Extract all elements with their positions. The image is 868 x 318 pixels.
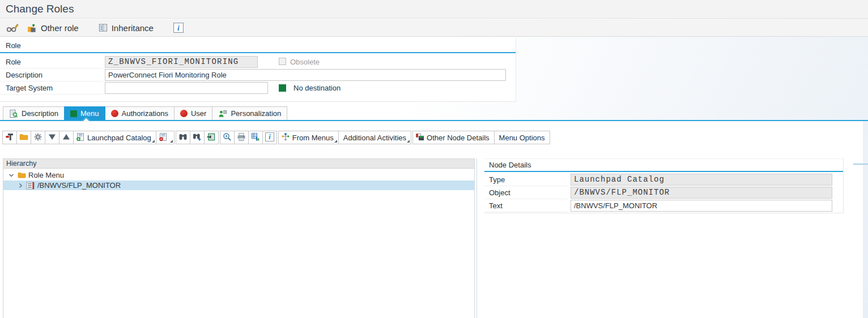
other-role-icon [27,23,37,33]
info-icon: i [265,132,274,143]
tab-authorizations-label: Authorizations [122,109,168,118]
inheritance-icon [99,23,108,32]
chevron-right-icon[interactable] [17,182,24,189]
print-button[interactable] [234,131,249,144]
inheritance-label: Inheritance [112,23,154,33]
catalog-icon [26,181,35,190]
zoom-in-icon [223,132,232,143]
tree-node-role-menu-label: Role Menu [28,171,64,179]
obsolete-checkbox [279,58,286,65]
document-search-icon [9,109,18,118]
delete-node-button[interactable] [156,131,175,144]
print-icon [237,132,246,143]
delete-item-icon [159,132,168,143]
from-menus-button[interactable]: From Menus [278,131,339,144]
insert-launchpad-catalog-label: Launchpad Catalog [87,134,151,142]
sap-change-roles-window: { "window": { "title": "Change Roles" },… [0,0,868,318]
description-field-label: Description [0,69,103,81]
move-down-icon [48,134,56,142]
target-system-input[interactable] [105,82,268,94]
node-details-title: Node Details [489,161,531,169]
role-name-field[interactable]: Z_BNWVS_FIORI_MONITORING [105,56,258,68]
node-type-label: Type [484,174,568,186]
node-object-field[interactable]: /BNWVS/FLP_MONITOR [571,187,832,199]
tab-user[interactable]: User [174,106,212,121]
description-row: Description [0,69,516,81]
tab-description[interactable]: Description [3,106,65,121]
tab-user-label: User [191,109,206,118]
red-circle-status-icon [180,110,188,117]
node-type-row: Type Launchpad Catalog [484,174,843,186]
additional-activities-button[interactable]: Additional Activities [338,131,411,144]
insert-transaction-button[interactable] [2,131,17,144]
jump-to-node-icon [207,132,216,143]
node-details-panel: Node Details Type Launchpad Catalog Obje… [484,158,844,213]
from-menus-icon [281,132,290,143]
node-text-input[interactable] [571,200,832,212]
table-view-button[interactable] [248,131,263,144]
tab-personalization[interactable]: Personalization [212,106,287,121]
find-next-button[interactable] [190,131,205,144]
hierarchy-panel-header: Hierarchy [3,159,476,169]
gear-icon [33,132,42,143]
menu-tree-toolbar: Launchpad Catalog i From Me [3,131,550,144]
role-group-title: Role [6,41,21,50]
svg-text:i: i [177,24,180,32]
other-role-button[interactable]: Other role [24,20,81,35]
insert-launchpad-catalog-button[interactable]: Launchpad Catalog [73,131,156,144]
panel-splitter[interactable] [474,158,477,318]
insert-transaction-icon [5,132,14,143]
find-icon [178,132,188,143]
info-icon: i [173,23,184,33]
target-system-row: Target System No destination [0,82,516,94]
other-node-details-icon [415,132,424,143]
no-destination-label: No destination [293,82,341,94]
find-button[interactable] [176,131,190,144]
role-group-underline [0,52,516,53]
node-text-row: Text [484,200,843,212]
additional-activities-label: Additional Activities [343,134,406,142]
tab-strip-underline [0,120,868,121]
other-role-label: Other role [41,23,79,33]
person-grid-icon [218,109,227,118]
menu-options-label: Menu Options [499,134,545,142]
zoom-in-button[interactable] [220,131,235,144]
tree-node-flp-monitor-label: /BNWVS/FLP_MONITOR [37,181,121,190]
table-chart-icon [251,132,260,143]
window-title-bar: Change Roles [0,0,868,19]
menu-tab-content: Launchpad Catalog i From Me [0,121,863,318]
page-title: Change Roles [6,3,74,15]
node-details-underline [484,171,843,172]
insert-report-button[interactable] [31,131,45,144]
inheritance-button[interactable]: Inheritance [96,20,156,35]
tab-strip: Description Menu Authorizations User Per… [3,106,287,121]
node-type-field[interactable]: Launchpad Catalog [571,174,832,186]
legend-info-button[interactable]: i [262,131,277,144]
move-up-icon [62,134,70,142]
obsolete-label: Obsolete [290,56,320,68]
menu-options-button[interactable]: Menu Options [494,131,550,144]
move-down-button[interactable] [45,131,59,144]
tab-personalization-label: Personalization [231,109,281,118]
move-up-button[interactable] [59,131,74,144]
hierarchy-panel: Hierarchy Role Menu /BNWVS/FLP_MONITOR [3,158,476,318]
display-change-button[interactable] [4,20,21,35]
tree-node-role-menu[interactable]: Role Menu [3,170,476,180]
node-text-label: Text [484,200,568,212]
description-input[interactable] [105,69,506,81]
other-node-details-button[interactable]: Other Node Details [412,131,495,144]
create-folder-button[interactable] [16,131,31,144]
role-field-label: Role [0,56,103,68]
info-button[interactable]: i [171,20,186,35]
glasses-pencil-icon [6,23,19,33]
chevron-down-icon[interactable] [8,172,15,179]
red-circle-status-icon [111,110,118,117]
other-node-details-label: Other Node Details [427,134,490,142]
role-row: Role Z_BNWVS_FIORI_MONITORING Obsolete [0,56,516,68]
target-system-field-label: Target System [0,82,103,94]
folder-icon [19,132,28,143]
tree-node-flp-monitor[interactable]: /BNWVS/FLP_MONITOR [3,181,476,190]
tab-authorizations[interactable]: Authorizations [105,106,175,121]
jump-to-node-button[interactable] [204,131,219,144]
node-object-label: Object [484,187,568,199]
